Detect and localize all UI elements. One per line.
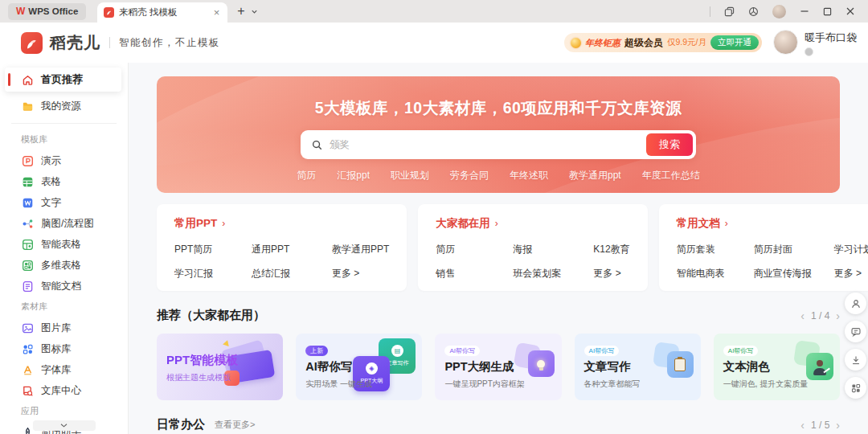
quick-link[interactable]: 海报 [513,243,593,256]
spreadsheet-icon [21,175,34,188]
pager-prev-icon[interactable]: ‹ [800,420,805,431]
sidebar-expand-button[interactable] [33,420,96,431]
multi-window-icon[interactable] [724,6,735,17]
card-subtitle: 一键润色, 提升文案质量 [723,379,830,390]
hot-link[interactable]: 年终述职 [510,169,548,182]
image-library-icon [21,321,34,334]
quick-link[interactable]: 总结汇报 [252,267,332,280]
quick-link[interactable]: 学习计划表 [834,243,868,256]
quick-link[interactable]: 智能电商表 [677,267,754,280]
docer-tab-icon [104,7,114,18]
daily-office-section-header: 日常办公 查看更多> ‹ 1 / 5 › [157,417,840,432]
maximize-icon[interactable] [823,7,832,16]
subscribe-button[interactable]: 立即开通 [710,35,759,50]
globe-icon[interactable] [748,6,759,17]
hot-link[interactable]: 汇报ppt [337,169,370,182]
hot-link[interactable]: 教学通用ppt [569,169,621,182]
sidebar-item-spreadsheet[interactable]: 表格 [0,171,128,192]
search-button[interactable]: 搜索 [646,133,693,156]
slides-illustration [215,340,278,396]
promo-member-label: 超级会员 [624,36,663,50]
see-more-link[interactable]: 查看更多> [215,419,255,431]
docer-logo-icon[interactable] [21,32,43,54]
search-input[interactable] [330,139,646,150]
wps-office-button[interactable]: W WPS Office [8,3,86,20]
sidebar-item-label: 智能表格 [41,238,81,252]
document-icon [21,196,34,209]
hot-link[interactable]: 劳务合同 [450,169,489,182]
pager-next-icon[interactable]: › [836,420,840,431]
apps-button[interactable] [845,377,866,399]
quick-link[interactable]: 销售 [436,267,513,280]
pager-prev-icon[interactable]: ‹ [800,310,805,321]
search-bar[interactable]: 搜索 [301,130,696,159]
sidebar-item-multidim-sheet[interactable]: 多维表格 [0,255,128,276]
quick-link[interactable]: 简历套装 [677,243,754,256]
card-article-writing[interactable]: AI帮你写 文章写作 各种文章都能写 [575,334,701,400]
doc-center-icon [21,384,34,397]
user-profile[interactable]: 暖手布口袋 [773,30,857,56]
controls-divider [710,6,710,17]
ai-badge: AI帮你写 [723,346,759,356]
banner-headline: 5大模板库，10大素材库，60项应用和千万文库资源 [157,97,840,119]
quick-link[interactable]: 商业宣传海报 [754,267,834,280]
folder-icon [21,100,34,113]
sidebar-item-font-library[interactable]: 字体库 [0,359,128,380]
quick-link[interactable]: PPT简历 [174,243,252,256]
quick-link[interactable]: 学习汇报 [174,267,252,280]
downloads-button[interactable] [845,349,866,371]
quick-link[interactable]: 班会策划案 [513,267,593,280]
quick-card-title-link[interactable]: 常用文档 › [677,216,868,231]
sidebar-item-label: 文字 [41,196,61,210]
membership-promo-banner[interactable]: 年终钜惠 超级会员 仅9.9元/月 立即开通 [564,33,762,52]
quick-link[interactable]: 简历封面 [754,243,834,256]
quick-link[interactable]: K12教育 [593,243,629,256]
sidebar-item-writer[interactable]: 文字 [0,192,128,213]
quick-card-title-link[interactable]: 常用PPT › [174,216,389,231]
new-tab-button[interactable]: + [237,5,244,18]
quick-link[interactable]: 教学通用PPT [332,243,389,256]
sidebar-item-label: 多维表格 [41,259,81,272]
quick-link[interactable]: 通用PPT [252,243,332,256]
pager-next-icon[interactable]: › [836,310,840,321]
card-subtitle: 根据主题生成模版 [166,372,273,383]
sidebar-item-home[interactable]: 首页推荐 [5,68,121,92]
tab-close-icon[interactable]: × [212,7,222,18]
sidebar-item-mindmap[interactable]: 脑图/流程图 [0,213,128,234]
sidebar-item-label: 我的资源 [41,100,81,113]
person-icon [850,298,862,309]
close-window-icon[interactable] [845,6,855,16]
sidebar-item-icon-library[interactable]: 图标库 [0,338,128,359]
customer-service-button[interactable] [845,293,866,314]
quick-link-more[interactable]: 更多 > [593,267,629,280]
card-subtitle: 实用场景 一键生成 [305,379,412,390]
feedback-button[interactable] [845,321,866,342]
sidebar-item-smart-doc[interactable]: 智能文档 [0,276,128,297]
gold-coin-icon [571,38,581,48]
quick-link[interactable]: 简历 [436,243,513,256]
app-slogan: 智能创作，不止模板 [119,36,220,50]
card-ai-writing[interactable]: 上新 AI帮你写 实用场景 一键生成 ▤文章写作 ◈PPT大纲 [296,334,422,400]
sidebar-item-label: 图标库 [41,342,72,356]
card-ppt-smart-template[interactable]: PPT智能模板 根据主题生成模版 [157,334,283,400]
sidebar-item-smart-sheet[interactable]: 智能表格 [0,234,128,255]
sidebar-item-presentation[interactable]: 演示 [0,150,128,171]
chevron-right-icon: › [725,218,728,229]
sidebar-item-my-resources[interactable]: 我的资源 [0,96,128,117]
quick-card-title-link[interactable]: 大家都在用 › [436,216,629,231]
hot-link[interactable]: 简历 [297,169,316,182]
user-avatar[interactable] [773,30,798,55]
chevron-right-icon: › [222,218,225,229]
sidebar-item-image-library[interactable]: 图片库 [0,317,128,338]
hot-link[interactable]: 年度工作总结 [642,169,700,182]
card-text-polish[interactable]: AI帮你写 文本润色 一键润色, 提升文案质量 [714,334,840,400]
account-avatar[interactable] [772,5,786,18]
tab-docer[interactable]: 来稻壳 找模板 × [97,2,227,23]
hot-link[interactable]: 职业规划 [391,169,429,182]
minimize-icon[interactable] [800,6,809,16]
card-ppt-outline[interactable]: AI帮你写 PPT大纲生成 一键呈现PPT内容框架 [435,334,561,400]
tab-list-dropdown-icon[interactable] [251,8,258,15]
quick-link-more[interactable]: 更多 > [834,267,868,280]
sidebar-item-doc-center[interactable]: 文库中心 [0,380,128,401]
quick-link-more[interactable]: 更多 > [332,267,389,280]
